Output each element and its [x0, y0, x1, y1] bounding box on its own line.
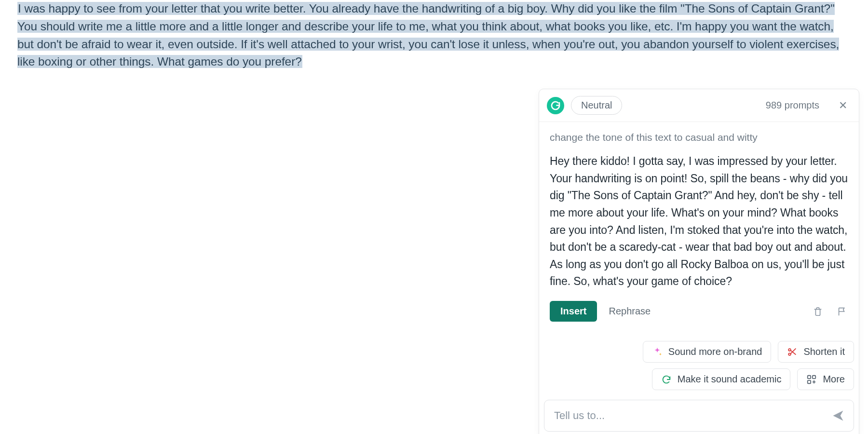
panel-header: Neutral 989 prompts ✕ [539, 89, 859, 122]
prompt-input[interactable] [554, 409, 831, 422]
insert-button[interactable]: Insert [550, 301, 597, 322]
editor-body[interactable]: I was happy to see from your letter that… [0, 0, 868, 71]
prompt-input-row [544, 400, 854, 432]
svg-rect-3 [813, 375, 815, 378]
flag-icon[interactable] [836, 305, 848, 318]
chip-label: More [823, 374, 845, 385]
grammarly-logo-icon [547, 97, 564, 114]
trash-icon[interactable] [812, 305, 824, 318]
chip-academic[interactable]: Make it sound academic [652, 368, 791, 390]
scissors-icon [787, 347, 798, 357]
chip-shorten[interactable]: Shorten it [778, 341, 854, 363]
panel-body: change the tone of this text to casual a… [539, 122, 859, 334]
rephrase-button[interactable]: Rephrase [609, 306, 651, 317]
suggestion-text: Hey there kiddo! I gotta say, I was impr… [550, 153, 848, 290]
svg-rect-2 [808, 375, 811, 378]
grid-plus-icon [806, 374, 817, 385]
send-icon[interactable] [831, 409, 845, 422]
tone-chip[interactable]: Neutral [571, 96, 622, 115]
chip-label: Sound more on-brand [668, 346, 762, 357]
user-prompt: change the tone of this text to casual a… [550, 132, 848, 143]
action-row: Insert Rephrase [550, 301, 848, 330]
chip-label: Make it sound academic [678, 374, 782, 385]
assistant-panel: Neutral 989 prompts ✕ change the tone of… [539, 89, 859, 434]
chip-more[interactable]: More [797, 368, 854, 390]
sparkle-icon [652, 347, 663, 357]
close-icon[interactable]: ✕ [836, 98, 850, 113]
prompts-count[interactable]: 989 prompts [766, 100, 819, 111]
chip-label: Shorten it [803, 346, 845, 357]
suggestion-chips: Sound more on-brand Shorten it Make it s… [539, 334, 859, 397]
svg-rect-4 [808, 380, 811, 383]
refresh-icon [661, 374, 672, 385]
chip-on-brand[interactable]: Sound more on-brand [643, 341, 772, 363]
selected-text[interactable]: I was happy to see from your letter that… [17, 2, 839, 68]
